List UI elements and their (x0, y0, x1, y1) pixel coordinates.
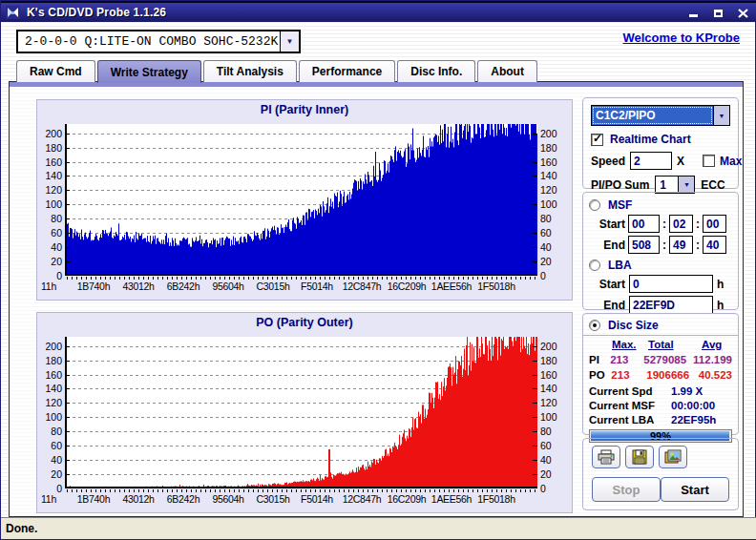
current-spd-label: Current Spd (589, 385, 671, 397)
tab-write-strategy[interactable]: Write Strategy (97, 60, 201, 83)
y-axis-tick-label: 0 (540, 484, 565, 494)
y-axis-tick-label: 0 (540, 271, 565, 281)
x-axis-tick-label: 95604h (212, 493, 243, 505)
pi-total-value: 5279085 (643, 354, 693, 365)
minimize-button[interactable] (684, 6, 702, 20)
y-axis-tick-label: 100 (37, 412, 62, 423)
msf-start-min[interactable] (628, 215, 660, 233)
y-axis-tick-label: 160 (37, 370, 62, 381)
lba-start-input[interactable] (629, 275, 713, 293)
msf-radio[interactable] (589, 199, 600, 211)
lba-end-label: End (589, 299, 625, 312)
y-axis-tick-label: 60 (37, 441, 62, 451)
y-axis-tick-label: 140 (540, 171, 565, 181)
y-axis-tick-label: 180 (37, 143, 62, 154)
printer-icon (598, 449, 615, 465)
speed-label: Speed (591, 155, 625, 168)
x-axis-tick-label: 1F5018h (477, 280, 514, 292)
realtime-chart-checkbox[interactable]: ✓ (591, 134, 603, 146)
y-axis-tick-label: 120 (37, 398, 62, 408)
close-button[interactable] (734, 6, 751, 20)
current-msf-row: Current MSF 00:00:00 (589, 400, 732, 411)
po-max-value: 213 (611, 369, 646, 381)
x-axis-tick-label: 16C209h (388, 280, 427, 292)
y-axis-tick-label: 120 (540, 398, 565, 408)
floppy-disk-icon (632, 449, 647, 465)
lba-label: LBA (608, 259, 632, 272)
tab-disc-info[interactable]: Disc Info. (397, 60, 475, 82)
x-axis-tick-label: 43012h (122, 493, 154, 505)
lba-radio[interactable] (589, 260, 600, 271)
x-axis-tick-label: 1AEE56h (431, 280, 472, 292)
x-axis-tick-label: 1F5018h (477, 493, 514, 505)
pipo-sum-value: 1 (656, 177, 678, 193)
disc-size-radio[interactable] (589, 320, 600, 331)
x-axis-tick-label: F5014h (301, 280, 333, 292)
tab-tilt-analysis[interactable]: Tilt Analysis (203, 60, 297, 82)
print-button[interactable] (592, 446, 620, 468)
y-axis-tick-label: 180 (37, 356, 62, 366)
pi-stats-row: PI 213 5279085 112.199 (589, 354, 732, 365)
image-icon (664, 449, 682, 465)
y-axis-tick-label: 40 (37, 455, 62, 466)
msf-end-sec[interactable] (669, 236, 693, 254)
status-bar: Done. (1, 517, 756, 540)
po-chart-title: PO (Parity Outer) (37, 316, 572, 329)
current-msf-label: Current MSF (589, 400, 671, 411)
current-spd-value: 1.99 X (671, 385, 703, 397)
y-axis-tick-label: 60 (540, 441, 565, 451)
speed-unit: X (677, 155, 684, 168)
msf-separator: : (662, 239, 666, 252)
pi-avg-value: 112.199 (693, 354, 732, 365)
speed-input[interactable] (630, 152, 672, 170)
msf-end-frame[interactable] (703, 236, 726, 254)
disc-size-label: Disc Size (608, 319, 659, 332)
tab-about[interactable]: About (477, 60, 537, 82)
x-axis-tick-label: 11h (41, 280, 56, 292)
y-axis-tick-label: 80 (37, 426, 62, 437)
pi-row-label: PI (589, 354, 610, 365)
lba-end-unit: h (717, 299, 724, 312)
test-mode-select[interactable]: C1C2/PIPO ▼ (591, 105, 730, 126)
max-speed-checkbox[interactable] (703, 155, 715, 167)
y-axis-tick-label: 140 (540, 384, 565, 394)
po-total-value: 1906666 (646, 369, 698, 381)
y-axis-tick-label: 20 (540, 257, 565, 267)
po-avg-value: 40.523 (699, 369, 732, 381)
tab-performance[interactable]: Performance (299, 60, 395, 82)
chevron-down-icon[interactable]: ▼ (280, 31, 299, 52)
x-axis-tick-label: 1B740h (77, 280, 110, 292)
x-axis-tick-label: F5014h (301, 493, 333, 505)
chevron-down-icon[interactable]: ▼ (713, 106, 729, 125)
y-axis-tick-label: 100 (540, 199, 565, 210)
y-axis-tick-label: 120 (540, 185, 565, 196)
maximize-button[interactable] (709, 6, 726, 20)
tab-raw-cmd[interactable]: Raw Cmd (16, 60, 95, 82)
title-bar[interactable]: K's CD/DVD Probe 1.1.26 (1, 1, 756, 22)
save-button[interactable] (625, 446, 654, 468)
y-axis-tick-label: 60 (37, 228, 62, 239)
po-chart-plot (65, 337, 537, 492)
main-panel: PI (Parity Inner) 0020204040606080801001… (9, 81, 744, 517)
stop-button[interactable]: Stop (592, 477, 661, 502)
status-text: Done. (6, 522, 37, 535)
lba-start-unit: h (717, 278, 724, 291)
x-axis-tick-label: 1AEE56h (431, 493, 472, 505)
scan-options-group: C1C2/PIPO ▼ ✓ Realtime Chart Speed X Max… (582, 97, 739, 189)
start-button[interactable]: Start (661, 477, 729, 502)
msf-end-min[interactable] (628, 236, 660, 254)
lba-end-input[interactable] (629, 296, 713, 314)
msf-start-frame[interactable] (703, 215, 726, 233)
x-axis-tick-label: 43012h (122, 280, 154, 292)
drive-selector-value: 2-0-0-0 Q:LITE-ON COMBO SOHC-5232K NK07 (18, 31, 280, 52)
chevron-down-icon[interactable]: ▼ (678, 177, 694, 193)
y-axis-tick-label: 160 (540, 370, 565, 381)
snapshot-button[interactable] (659, 446, 687, 468)
y-axis-tick-label: 120 (37, 185, 62, 196)
drive-selector[interactable]: 2-0-0-0 Q:LITE-ON COMBO SOHC-5232K NK07 … (16, 30, 301, 53)
msf-start-sec[interactable] (669, 215, 693, 233)
stats-header-avg: Avg (702, 339, 722, 350)
current-lba-row: Current LBA 22EF95h (589, 414, 732, 426)
welcome-link[interactable]: Welcome to KProbe (622, 31, 740, 45)
app-icon (6, 6, 21, 20)
